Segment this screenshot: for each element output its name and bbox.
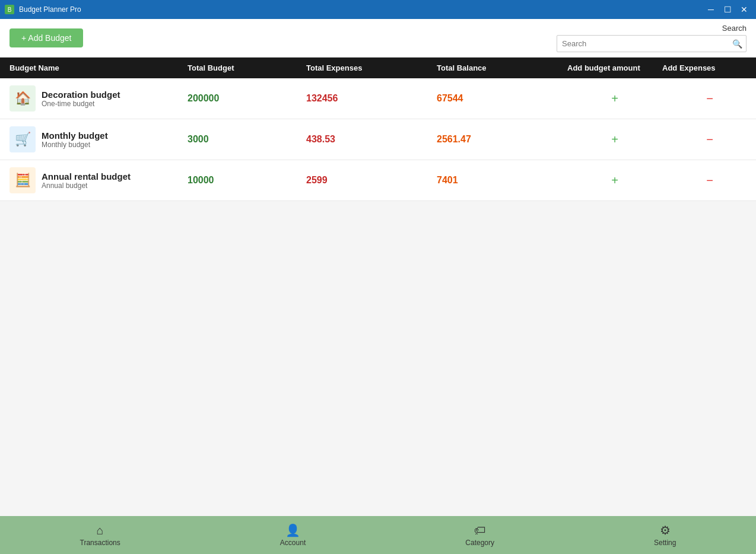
add-budget-amount-button[interactable]: + [567, 133, 662, 147]
col-add-budget-amount: Add budget amount [567, 63, 662, 72]
total-balance-value: 7401 [437, 175, 567, 186]
budget-text: Decoration budget One-time budget [42, 90, 120, 108]
col-total-budget: Total Budget [188, 63, 306, 72]
app-icon: B [5, 5, 14, 14]
category-label: Category [465, 539, 494, 547]
header: + Add Budget Search 🔍 [0, 19, 756, 58]
col-total-balance: Total Balance [437, 63, 567, 72]
budget-info: 🏠 Decoration budget One-time budget [9, 85, 188, 112]
budget-subtype: One-time budget [42, 100, 120, 108]
table-header: Budget Name Total Budget Total Expenses … [0, 58, 756, 78]
budget-subtype: Monthly budget [42, 141, 108, 149]
add-budget-amount-button[interactable]: + [567, 92, 662, 106]
app-title: Budget Planner Pro [19, 5, 81, 14]
setting-label: Setting [654, 539, 676, 547]
add-expenses-button[interactable]: − [662, 133, 756, 147]
transactions-label: Transactions [80, 539, 120, 547]
add-expenses-button[interactable]: − [662, 174, 756, 187]
total-budget-value: 10000 [188, 175, 306, 186]
budget-info: 🛒 Monthly budget Monthly budget [9, 126, 188, 152]
col-add-expenses: Add Expenses [662, 63, 756, 72]
table-row: 🏠 Decoration budget One-time budget 2000… [0, 78, 756, 119]
add-expenses-button[interactable]: − [662, 92, 756, 106]
category-icon: 🏷 [474, 524, 486, 537]
total-budget-value: 200000 [188, 93, 306, 104]
account-icon: 👤 [285, 523, 300, 537]
budget-icon: 🏠 [9, 85, 36, 112]
table-row: 🧮 Annual rental budget Annual budget 100… [0, 160, 756, 201]
window-controls: ─ ☐ ✕ [704, 4, 751, 15]
budget-text: Annual rental budget Annual budget [42, 171, 131, 190]
total-balance-value: 67544 [437, 93, 567, 104]
total-expenses-value: 2599 [306, 175, 437, 186]
nav-item-category[interactable]: 🏷 Category [453, 521, 506, 549]
title-bar-left: B Budget Planner Pro [5, 5, 81, 14]
table-body: 🏠 Decoration budget One-time budget 2000… [0, 78, 756, 516]
total-balance-value: 2561.47 [437, 134, 567, 145]
search-icon-button[interactable]: 🔍 [732, 39, 742, 49]
search-section: Search 🔍 [557, 24, 747, 52]
nav-item-account[interactable]: 👤 Account [268, 521, 317, 549]
total-expenses-value: 438.53 [306, 134, 437, 145]
budget-name: Decoration budget [42, 90, 120, 100]
maximize-button[interactable]: ☐ [720, 4, 735, 15]
search-wrapper: 🔍 [557, 35, 747, 52]
search-input[interactable] [561, 37, 732, 50]
add-budget-amount-button[interactable]: + [567, 174, 662, 187]
table-row: 🛒 Monthly budget Monthly budget 3000 438… [0, 119, 756, 160]
minimize-button[interactable]: ─ [704, 4, 718, 15]
account-label: Account [280, 539, 306, 547]
budget-subtype: Annual budget [42, 182, 131, 190]
budget-icon: 🛒 [9, 126, 36, 152]
total-expenses-value: 132456 [306, 93, 437, 104]
col-total-expenses: Total Expenses [306, 63, 437, 72]
title-bar: B Budget Planner Pro ─ ☐ ✕ [0, 0, 756, 19]
total-budget-value: 3000 [188, 134, 306, 145]
col-budget-name: Budget Name [9, 63, 188, 72]
budget-info: 🧮 Annual rental budget Annual budget [9, 167, 188, 193]
budget-name: Annual rental budget [42, 171, 131, 182]
bottom-nav: ⌂ Transactions 👤 Account 🏷 Category ⚙ Se… [0, 516, 756, 554]
setting-icon: ⚙ [660, 523, 671, 537]
budget-icon: 🧮 [9, 167, 36, 193]
budget-name: Monthly budget [42, 130, 108, 141]
transactions-icon: ⌂ [97, 524, 104, 537]
nav-item-transactions[interactable]: ⌂ Transactions [68, 521, 132, 549]
budget-text: Monthly budget Monthly budget [42, 130, 108, 149]
close-button[interactable]: ✕ [737, 4, 751, 15]
add-budget-button[interactable]: + Add Budget [9, 28, 83, 47]
nav-item-setting[interactable]: ⚙ Setting [642, 521, 688, 549]
search-label: Search [722, 24, 747, 33]
